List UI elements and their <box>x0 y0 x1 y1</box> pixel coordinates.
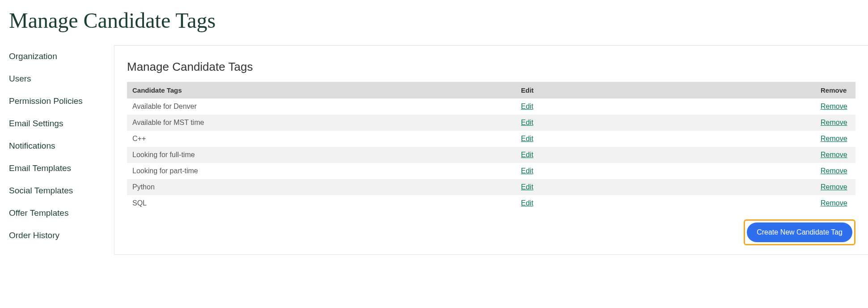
edit-link[interactable]: Edit <box>521 119 534 126</box>
header-edit: Edit <box>516 82 815 98</box>
candidate-tags-table: Candidate Tags Edit Remove Available for… <box>127 82 855 211</box>
sidebar-item-email-settings[interactable]: Email Settings <box>9 112 114 135</box>
table-header-row: Candidate Tags Edit Remove <box>127 82 855 98</box>
sidebar-item-organization[interactable]: Organization <box>9 45 114 68</box>
edit-link[interactable]: Edit <box>521 103 534 110</box>
sidebar-item-offer-templates[interactable]: Offer Templates <box>9 202 114 224</box>
edit-link[interactable]: Edit <box>521 199 534 207</box>
tag-name: Python <box>127 179 516 195</box>
sidebar-item-email-templates[interactable]: Email Templates <box>9 157 114 180</box>
tag-name: Available for Denver <box>127 98 516 115</box>
edit-link[interactable]: Edit <box>521 183 534 191</box>
layout-container: Organization Users Permission Policies E… <box>0 45 868 255</box>
header-remove: Remove <box>815 82 855 98</box>
edit-link[interactable]: Edit <box>521 167 534 175</box>
edit-link[interactable]: Edit <box>521 135 534 142</box>
sidebar: Organization Users Permission Policies E… <box>0 45 114 247</box>
sidebar-item-permission-policies[interactable]: Permission Policies <box>9 90 114 112</box>
table-row: C++ Edit Remove <box>127 131 855 147</box>
tag-name: Looking for full-time <box>127 147 516 163</box>
header-candidate-tags: Candidate Tags <box>127 82 516 98</box>
main-panel: Manage Candidate Tags Candidate Tags Edi… <box>114 45 868 255</box>
tag-name: SQL <box>127 195 516 211</box>
remove-link[interactable]: Remove <box>821 103 847 110</box>
tag-name: Looking for part-time <box>127 163 516 179</box>
panel-title: Manage Candidate Tags <box>127 60 855 74</box>
create-button-highlight: Create New Candidate Tag <box>744 219 855 245</box>
tag-name: C++ <box>127 131 516 147</box>
page-title: Manage Candidate Tags <box>0 0 868 45</box>
table-row: Looking for part-time Edit Remove <box>127 163 855 179</box>
table-row: Looking for full-time Edit Remove <box>127 147 855 163</box>
tag-name: Available for MST time <box>127 115 516 131</box>
sidebar-item-social-templates[interactable]: Social Templates <box>9 180 114 202</box>
table-row: SQL Edit Remove <box>127 195 855 211</box>
remove-link[interactable]: Remove <box>821 199 847 207</box>
remove-link[interactable]: Remove <box>821 167 847 175</box>
remove-link[interactable]: Remove <box>821 135 847 142</box>
sidebar-item-notifications[interactable]: Notifications <box>9 135 114 157</box>
remove-link[interactable]: Remove <box>821 119 847 126</box>
table-row: Python Edit Remove <box>127 179 855 195</box>
table-row: Available for Denver Edit Remove <box>127 98 855 115</box>
sidebar-item-order-history[interactable]: Order History <box>9 224 114 247</box>
sidebar-item-users[interactable]: Users <box>9 68 114 90</box>
remove-link[interactable]: Remove <box>821 151 847 158</box>
remove-link[interactable]: Remove <box>821 183 847 191</box>
table-row: Available for MST time Edit Remove <box>127 115 855 131</box>
footer-actions: Create New Candidate Tag <box>127 219 855 245</box>
create-new-candidate-tag-button[interactable]: Create New Candidate Tag <box>747 222 852 242</box>
edit-link[interactable]: Edit <box>521 151 534 158</box>
